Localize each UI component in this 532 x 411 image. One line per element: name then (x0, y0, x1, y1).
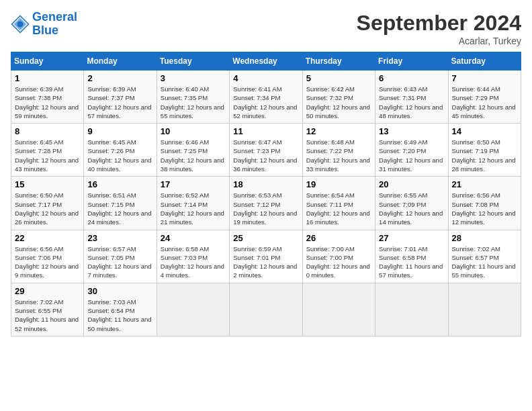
day-number: 20 (379, 179, 444, 189)
weekday-header: Sunday (11, 52, 84, 71)
day-number: 24 (161, 233, 226, 243)
day-info: Sunrise: 7:00 AM Sunset: 7:00 PM Dayligh… (306, 244, 371, 280)
day-info: Sunrise: 6:59 AM Sunset: 7:01 PM Dayligh… (233, 244, 298, 280)
day-number: 15 (15, 179, 80, 189)
calendar-cell: 10 Sunrise: 6:46 AM Sunset: 7:25 PM Dayl… (157, 124, 229, 177)
day-info: Sunrise: 6:51 AM Sunset: 7:15 PM Dayligh… (87, 191, 152, 226)
calendar-cell: 23 Sunrise: 6:57 AM Sunset: 7:05 PM Dayl… (84, 230, 157, 283)
weekday-header-row: SundayMondayTuesdayWednesdayThursdayFrid… (11, 52, 521, 71)
day-number: 26 (306, 233, 371, 243)
day-info: Sunrise: 6:48 AM Sunset: 7:22 PM Dayligh… (306, 138, 371, 173)
day-number: 23 (87, 233, 152, 243)
day-info: Sunrise: 7:02 AM Sunset: 6:57 PM Dayligh… (452, 244, 517, 280)
calendar-week-row: 15 Sunrise: 6:50 AM Sunset: 7:17 PM Dayl… (11, 177, 521, 230)
day-info: Sunrise: 6:56 AM Sunset: 7:06 PM Dayligh… (15, 244, 80, 280)
weekday-header: Wednesday (230, 52, 302, 71)
calendar-cell: 9 Sunrise: 6:45 AM Sunset: 7:26 PM Dayli… (84, 124, 157, 177)
calendar-cell: 1 Sunrise: 6:39 AM Sunset: 7:38 PM Dayli… (11, 71, 84, 124)
day-number: 10 (161, 126, 226, 136)
logo-general: General (32, 10, 77, 24)
day-info: Sunrise: 6:42 AM Sunset: 7:32 PM Dayligh… (306, 85, 371, 120)
calendar-cell: 6 Sunrise: 6:43 AM Sunset: 7:31 PM Dayli… (375, 71, 448, 124)
calendar-cell: 5 Sunrise: 6:42 AM Sunset: 7:32 PM Dayli… (302, 71, 375, 124)
day-info: Sunrise: 6:55 AM Sunset: 7:09 PM Dayligh… (379, 191, 444, 226)
calendar-cell: 4 Sunrise: 6:41 AM Sunset: 7:34 PM Dayli… (230, 71, 302, 124)
calendar-cell: 25 Sunrise: 6:59 AM Sunset: 7:01 PM Dayl… (230, 230, 302, 283)
title-area: September 2024 Acarlar, Turkey (357, 11, 521, 46)
calendar-cell: 12 Sunrise: 6:48 AM Sunset: 7:22 PM Dayl… (302, 124, 375, 177)
calendar-cell: 22 Sunrise: 6:56 AM Sunset: 7:06 PM Dayl… (11, 230, 84, 283)
calendar-cell: 11 Sunrise: 6:47 AM Sunset: 7:23 PM Dayl… (230, 124, 302, 177)
day-info: Sunrise: 6:50 AM Sunset: 7:19 PM Dayligh… (452, 138, 517, 173)
day-number: 5 (306, 73, 371, 83)
calendar-cell: 18 Sunrise: 6:53 AM Sunset: 7:12 PM Dayl… (230, 177, 302, 230)
day-number: 9 (87, 126, 152, 136)
calendar-cell: 27 Sunrise: 7:01 AM Sunset: 6:58 PM Dayl… (375, 230, 448, 283)
calendar-cell (448, 283, 521, 336)
day-info: Sunrise: 6:53 AM Sunset: 7:12 PM Dayligh… (233, 191, 298, 226)
calendar-cell (230, 283, 302, 336)
calendar-week-row: 22 Sunrise: 6:56 AM Sunset: 7:06 PM Dayl… (11, 230, 521, 283)
weekday-header: Tuesday (157, 52, 229, 71)
calendar-cell: 17 Sunrise: 6:52 AM Sunset: 7:14 PM Dayl… (157, 177, 229, 230)
calendar-cell: 2 Sunrise: 6:39 AM Sunset: 7:37 PM Dayli… (84, 71, 157, 124)
day-info: Sunrise: 7:03 AM Sunset: 6:54 PM Dayligh… (87, 298, 152, 333)
day-info: Sunrise: 6:54 AM Sunset: 7:11 PM Dayligh… (306, 191, 371, 226)
logo-blue: Blue (32, 24, 58, 37)
calendar-cell: 30 Sunrise: 7:03 AM Sunset: 6:54 PM Dayl… (84, 283, 157, 336)
calendar-week-row: 29 Sunrise: 7:02 AM Sunset: 6:55 PM Dayl… (11, 283, 521, 336)
calendar-cell: 28 Sunrise: 7:02 AM Sunset: 6:57 PM Dayl… (448, 230, 521, 283)
month-title: September 2024 (357, 11, 521, 36)
day-number: 27 (379, 233, 444, 243)
calendar-cell: 16 Sunrise: 6:51 AM Sunset: 7:15 PM Dayl… (84, 177, 157, 230)
day-info: Sunrise: 6:52 AM Sunset: 7:14 PM Dayligh… (161, 191, 226, 226)
day-number: 1 (15, 73, 80, 83)
day-number: 21 (452, 179, 517, 189)
day-number: 7 (452, 73, 517, 83)
calendar-cell (302, 283, 375, 336)
weekday-header: Saturday (448, 52, 521, 71)
weekday-header: Monday (84, 52, 157, 71)
day-number: 4 (233, 73, 298, 83)
calendar-cell: 26 Sunrise: 7:00 AM Sunset: 7:00 PM Dayl… (302, 230, 375, 283)
day-number: 19 (306, 179, 371, 189)
day-info: Sunrise: 6:58 AM Sunset: 7:03 PM Dayligh… (161, 244, 226, 280)
calendar-cell: 14 Sunrise: 6:50 AM Sunset: 7:19 PM Dayl… (448, 124, 521, 177)
calendar-cell: 19 Sunrise: 6:54 AM Sunset: 7:11 PM Dayl… (302, 177, 375, 230)
calendar-cell: 24 Sunrise: 6:58 AM Sunset: 7:03 PM Dayl… (157, 230, 229, 283)
weekday-header: Friday (375, 52, 448, 71)
header: General Blue September 2024 Acarlar, Tur… (11, 11, 521, 46)
day-number: 14 (452, 126, 517, 136)
logo-icon (11, 15, 30, 34)
day-info: Sunrise: 6:41 AM Sunset: 7:34 PM Dayligh… (233, 85, 298, 120)
day-info: Sunrise: 6:45 AM Sunset: 7:26 PM Dayligh… (87, 138, 152, 173)
day-info: Sunrise: 6:39 AM Sunset: 7:38 PM Dayligh… (15, 85, 80, 120)
calendar-cell: 8 Sunrise: 6:45 AM Sunset: 7:28 PM Dayli… (11, 124, 84, 177)
day-number: 28 (452, 233, 517, 243)
day-info: Sunrise: 6:44 AM Sunset: 7:29 PM Dayligh… (452, 85, 517, 120)
weekday-header: Thursday (302, 52, 375, 71)
logo: General Blue (11, 11, 77, 38)
calendar-table: SundayMondayTuesdayWednesdayThursdayFrid… (11, 52, 521, 336)
day-number: 2 (87, 73, 152, 83)
day-number: 6 (379, 73, 444, 83)
calendar-cell (375, 283, 448, 336)
calendar-cell: 29 Sunrise: 7:02 AM Sunset: 6:55 PM Dayl… (11, 283, 84, 336)
day-info: Sunrise: 7:01 AM Sunset: 6:58 PM Dayligh… (379, 244, 444, 280)
calendar-week-row: 1 Sunrise: 6:39 AM Sunset: 7:38 PM Dayli… (11, 71, 521, 124)
day-info: Sunrise: 6:49 AM Sunset: 7:20 PM Dayligh… (379, 138, 444, 173)
day-number: 25 (233, 233, 298, 243)
calendar-cell: 7 Sunrise: 6:44 AM Sunset: 7:29 PM Dayli… (448, 71, 521, 124)
day-info: Sunrise: 7:02 AM Sunset: 6:55 PM Dayligh… (15, 298, 80, 333)
calendar-week-row: 8 Sunrise: 6:45 AM Sunset: 7:28 PM Dayli… (11, 124, 521, 177)
calendar-cell: 20 Sunrise: 6:55 AM Sunset: 7:09 PM Dayl… (375, 177, 448, 230)
day-number: 22 (15, 233, 80, 243)
day-number: 13 (379, 126, 444, 136)
day-info: Sunrise: 6:50 AM Sunset: 7:17 PM Dayligh… (15, 191, 80, 226)
day-info: Sunrise: 6:57 AM Sunset: 7:05 PM Dayligh… (87, 244, 152, 280)
day-info: Sunrise: 6:47 AM Sunset: 7:23 PM Dayligh… (233, 138, 298, 173)
day-number: 18 (233, 179, 298, 189)
day-info: Sunrise: 6:56 AM Sunset: 7:08 PM Dayligh… (452, 191, 517, 226)
day-info: Sunrise: 6:45 AM Sunset: 7:28 PM Dayligh… (15, 138, 80, 173)
logo-text: General Blue (32, 11, 77, 38)
